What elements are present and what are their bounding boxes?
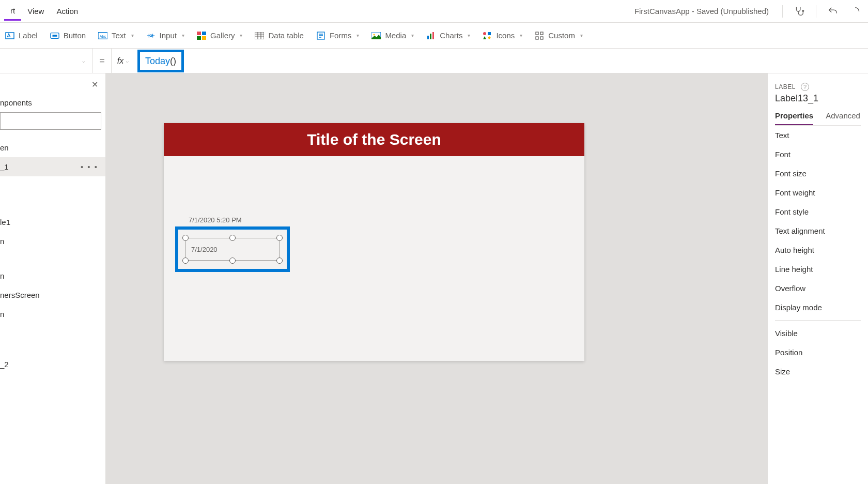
- ribbon-charts-label: Charts: [440, 31, 462, 40]
- main-area: ✕ nponents en _1 • • • le1 n n nersScree…: [0, 73, 868, 484]
- resize-handle[interactable]: [182, 235, 189, 241]
- selected-label-control[interactable]: 7/1/2020: [185, 238, 280, 261]
- tree-item[interactable]: n: [0, 232, 105, 251]
- prop-font-style[interactable]: Font style: [775, 202, 861, 221]
- tree-search-input[interactable]: [0, 112, 101, 130]
- prop-visible[interactable]: Visible: [775, 324, 861, 343]
- tree-item[interactable]: nersScreen: [0, 285, 105, 305]
- tree-view-panel: ✕ nponents en _1 • • • le1 n n nersScree…: [0, 73, 106, 484]
- app-canvas[interactable]: Title of the Screen 7/1/2020 5:20 PM 7/1…: [164, 123, 584, 361]
- ribbon-label[interactable]: Label: [5, 31, 38, 40]
- tree-item-selected[interactable]: _1 • • •: [0, 157, 105, 176]
- svg-point-0: [802, 10, 804, 11]
- input-icon: [146, 31, 156, 40]
- menu-insert[interactable]: rt: [4, 2, 21, 21]
- close-panel-icon[interactable]: ✕: [91, 80, 98, 89]
- chevron-down-icon: ▾: [520, 33, 522, 38]
- prop-overflow[interactable]: Overflow: [775, 279, 861, 298]
- chevron-down-icon: ▾: [131, 33, 134, 38]
- prop-position[interactable]: Position: [775, 343, 861, 362]
- svg-rect-20: [536, 32, 538, 35]
- charts-icon: [426, 31, 436, 40]
- prop-display-mode[interactable]: Display mode: [775, 298, 861, 317]
- formula-func: Today: [145, 56, 170, 66]
- svg-rect-9: [197, 36, 201, 40]
- top-menubar: rt View Action FirstCanvasApp - Saved (U…: [0, 0, 868, 23]
- formula-parens: (): [170, 56, 176, 66]
- prop-size[interactable]: Size: [775, 362, 861, 381]
- button-icon: [50, 31, 59, 40]
- datetime-label[interactable]: 7/1/2020 5:20 PM: [189, 216, 242, 224]
- resize-handle[interactable]: [276, 258, 283, 264]
- svg-text:Abc: Abc: [100, 34, 106, 38]
- undo-icon[interactable]: [826, 4, 840, 19]
- ribbon-input[interactable]: Input ▾: [146, 31, 184, 40]
- ribbon-icons[interactable]: Icons ▾: [483, 31, 522, 40]
- ribbon-label-text: Label: [19, 31, 38, 40]
- svg-rect-16: [430, 34, 431, 39]
- tree-item[interactable]: _2: [0, 355, 105, 374]
- ribbon-media[interactable]: Media ▾: [371, 31, 414, 40]
- prop-font-weight[interactable]: Font weight: [775, 183, 861, 202]
- chevron-down-icon: ▾: [580, 33, 583, 38]
- prop-line-height[interactable]: Line height: [775, 260, 861, 279]
- ribbon-charts[interactable]: Charts ▾: [426, 31, 470, 40]
- tree-item[interactable]: n: [0, 266, 105, 285]
- redo-partial-icon[interactable]: [849, 4, 864, 19]
- tab-advanced[interactable]: Advanced: [826, 111, 860, 125]
- menu-view[interactable]: View: [21, 3, 50, 20]
- help-icon[interactable]: ?: [801, 83, 809, 91]
- tree-item-label: _1: [0, 162, 9, 171]
- data-table-icon: [255, 31, 264, 40]
- prop-font-size[interactable]: Font size: [775, 164, 861, 183]
- chevron-down-icon: ▾: [240, 33, 242, 38]
- more-icon[interactable]: • • •: [81, 162, 98, 171]
- health-check-icon[interactable]: [792, 4, 807, 19]
- selected-label-text: 7/1/2020: [191, 246, 218, 253]
- screen-title-bar[interactable]: Title of the Screen: [164, 123, 584, 156]
- svg-rect-23: [540, 37, 543, 39]
- svg-point-18: [483, 32, 486, 35]
- property-selector[interactable]: ⌵: [0, 49, 93, 73]
- chevron-down-icon: ▾: [411, 33, 414, 38]
- forms-icon: [316, 31, 326, 40]
- ribbon-button[interactable]: Button: [50, 31, 86, 40]
- tab-properties[interactable]: Properties: [775, 111, 813, 125]
- prop-font[interactable]: Font: [775, 145, 861, 164]
- tree-item[interactable]: en: [0, 138, 105, 157]
- ribbon-text-label: Text: [112, 31, 126, 40]
- properties-panel: LABEL ? Label13_1 Properties Advanced Te…: [767, 73, 868, 484]
- ribbon-icons-label: Icons: [496, 31, 515, 40]
- tree-item[interactable]: le1: [0, 213, 105, 232]
- prop-text-alignment[interactable]: Text alignment: [775, 221, 861, 240]
- ribbon-gallery[interactable]: Gallery ▾: [197, 31, 243, 40]
- components-section-label: nponents: [0, 80, 105, 112]
- formula-input[interactable]: Today(): [137, 50, 184, 72]
- media-icon: [371, 31, 381, 40]
- element-name[interactable]: Label13_1: [775, 93, 861, 104]
- ribbon-text[interactable]: Abc Text ▾: [98, 31, 134, 40]
- ribbon-forms[interactable]: Forms ▾: [316, 31, 360, 40]
- app-save-status: FirstCanvasApp - Saved (Unpublished): [634, 7, 769, 16]
- fx-button[interactable]: fx ⌵: [112, 49, 134, 73]
- chevron-down-icon: ▾: [182, 33, 184, 38]
- svg-rect-19: [488, 32, 491, 35]
- ribbon-button-text: Button: [64, 31, 86, 40]
- menu-action[interactable]: Action: [50, 3, 84, 20]
- svg-rect-21: [540, 32, 543, 35]
- resize-handle[interactable]: [182, 258, 189, 264]
- svg-rect-7: [197, 32, 201, 35]
- ribbon-custom[interactable]: Custom ▾: [535, 31, 583, 40]
- resize-handle[interactable]: [229, 258, 236, 264]
- canvas-viewport[interactable]: Title of the Screen 7/1/2020 5:20 PM 7/1…: [106, 73, 868, 484]
- resize-handle[interactable]: [276, 235, 283, 241]
- ribbon-data-table[interactable]: Data table: [255, 31, 303, 40]
- prop-auto-height[interactable]: Auto height: [775, 240, 861, 260]
- icons-icon: [483, 31, 492, 40]
- resize-handle[interactable]: [229, 235, 236, 241]
- custom-icon: [535, 31, 544, 40]
- prop-text[interactable]: Text: [775, 126, 861, 145]
- insert-ribbon: Label Button Abc Text ▾ Input ▾ Gallery …: [0, 23, 868, 49]
- chevron-down-icon: ⌵: [82, 58, 85, 64]
- tree-item[interactable]: n: [0, 305, 105, 324]
